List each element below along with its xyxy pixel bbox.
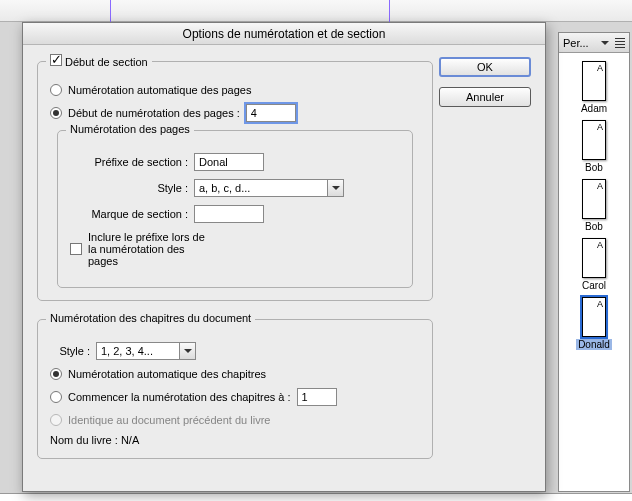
chapter-numbering-group-title: Numérotation des chapitres du document — [46, 312, 255, 324]
section-prefix-label: Préfixe de section : — [70, 156, 188, 168]
page-icon — [582, 238, 606, 278]
chapter-style-select[interactable]: 1, 2, 3, 4... — [96, 342, 196, 360]
auto-page-numbering-label: Numérotation automatique des pages — [68, 84, 251, 96]
thumbnail-item[interactable]: Bob — [582, 179, 606, 232]
same-as-prev-radio — [50, 414, 62, 426]
thumbnail-item[interactable]: Adam — [579, 61, 609, 114]
section-marker-input[interactable] — [194, 205, 264, 223]
start-page-numbering-label: Début de numérotation des pages : — [68, 107, 240, 119]
chevron-down-icon — [327, 180, 343, 196]
thumbnail-item[interactable]: Bob — [582, 120, 606, 173]
ok-button-label: OK — [477, 61, 493, 73]
auto-chapter-label: Numérotation automatique des chapitres — [68, 368, 266, 380]
thumbnail-item[interactable]: Carol — [580, 238, 608, 291]
section-start-group: Début de section Numérotation automatiqu… — [37, 61, 433, 301]
start-page-numbering-radio[interactable] — [50, 107, 62, 119]
section-start-label: Début de section — [65, 56, 148, 68]
section-prefix-input[interactable] — [194, 153, 264, 171]
panel-menu-icon[interactable] — [615, 38, 625, 48]
page-icon — [582, 297, 606, 337]
page-icon — [582, 120, 606, 160]
panel-header: Per... — [559, 33, 629, 53]
page-style-select[interactable]: a, b, c, d... — [194, 179, 344, 197]
chapter-numbering-group: Numérotation des chapitres du document S… — [37, 319, 433, 459]
panel-tab-label[interactable]: Per... — [563, 37, 589, 49]
section-marker-label: Marque de section : — [70, 208, 188, 220]
chevron-down-icon — [179, 343, 195, 359]
page-style-value: a, b, c, d... — [199, 182, 250, 194]
book-name-value: N/A — [121, 434, 139, 446]
page-numbering-group: Numérotation des pages Préfixe de sectio… — [57, 130, 413, 288]
thumbnail-label: Adam — [579, 103, 609, 114]
chapter-style-label: Style : — [50, 345, 90, 357]
same-as-prev-label: Identique au document précédent du livre — [68, 414, 270, 426]
dialog-title: Options de numérotation et de section — [23, 23, 545, 45]
thumbnail-label: Carol — [580, 280, 608, 291]
page-icon — [582, 179, 606, 219]
section-start-checkbox[interactable] — [50, 54, 62, 66]
start-page-numbering-input[interactable] — [246, 104, 296, 122]
thumbnail-item[interactable]: Donald — [576, 297, 612, 350]
thumbnail-label: Donald — [576, 339, 612, 350]
chevron-down-icon[interactable] — [601, 41, 609, 45]
section-options-dialog: Options de numérotation et de section OK… — [22, 22, 546, 492]
auto-chapter-radio[interactable] — [50, 368, 62, 380]
start-chapter-label: Commencer la numérotation des chapitres … — [68, 391, 291, 403]
chapter-style-value: 1, 2, 3, 4... — [101, 345, 153, 357]
thumbnail-label: Bob — [583, 221, 605, 232]
thumbnail-list: Adam Bob Bob Carol Donald — [559, 53, 629, 491]
include-prefix-label: Inclure le préfixe lors de la numérotati… — [88, 231, 206, 267]
page-style-label: Style : — [70, 182, 188, 194]
cancel-button-label: Annuler — [466, 91, 504, 103]
include-prefix-checkbox[interactable] — [70, 243, 82, 255]
ok-button[interactable]: OK — [439, 57, 531, 77]
start-chapter-radio[interactable] — [50, 391, 62, 403]
cancel-button[interactable]: Annuler — [439, 87, 531, 107]
pages-panel: Per... Adam Bob Bob Carol Donald — [558, 32, 630, 492]
page-numbering-group-title: Numérotation des pages — [66, 123, 194, 135]
book-name-label: Nom du livre : — [50, 434, 121, 446]
auto-page-numbering-radio[interactable] — [50, 84, 62, 96]
start-chapter-input[interactable] — [297, 388, 337, 406]
page-icon — [582, 61, 606, 101]
thumbnail-label: Bob — [583, 162, 605, 173]
